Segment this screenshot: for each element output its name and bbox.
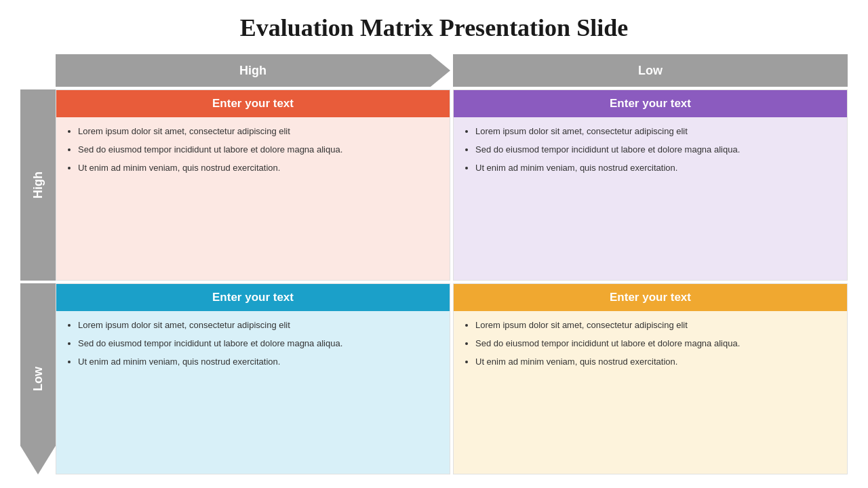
cell-bottom-right: Enter your text Lorem ipsum dolor sit am…: [453, 283, 848, 474]
list-item: Ut enim ad minim veniam, quis nostrud ex…: [78, 356, 439, 369]
list-item: Ut enim ad minim veniam, quis nostrud ex…: [475, 162, 836, 175]
cell-bottom-right-body: Lorem ipsum dolor sit amet, consectetur …: [454, 311, 847, 474]
vertical-low-label: Low: [31, 367, 45, 391]
list-item: Sed do eiusmod tempor incididunt ut labo…: [475, 338, 836, 350]
vertical-axis-low: Low: [20, 283, 56, 474]
top-arrows: High Low: [56, 54, 848, 87]
list-item: Sed do eiusmod tempor incididunt ut labo…: [78, 338, 439, 350]
slide-title: Evaluation Matrix Presentation Slide: [240, 14, 628, 42]
matrix-container: High Low High Low Enter you: [20, 54, 848, 474]
cell-bottom-left-header[interactable]: Enter your text: [56, 284, 450, 311]
list-item: Lorem ipsum dolor sit amet, consectetur …: [475, 319, 836, 332]
vertical-axis: High Low: [20, 54, 56, 474]
list-item: Sed do eiusmod tempor incididunt ut labo…: [475, 144, 836, 157]
horizontal-low-label: Low: [638, 64, 663, 78]
list-item: Lorem ipsum dolor sit amet, consectetur …: [78, 125, 439, 138]
list-item: Sed do eiusmod tempor incididunt ut labo…: [78, 144, 439, 157]
cell-top-left: Enter your text Lorem ipsum dolor sit am…: [56, 89, 450, 281]
cell-top-left-header[interactable]: Enter your text: [56, 90, 450, 117]
vertical-high-label: High: [31, 171, 45, 199]
horizontal-high-label: High: [239, 64, 267, 78]
vertical-axis-high: High: [20, 89, 56, 281]
cell-top-right: Enter your text Lorem ipsum dolor sit am…: [453, 89, 848, 281]
horizontal-axis-high: High: [56, 54, 450, 87]
list-item: Lorem ipsum dolor sit amet, consectetur …: [78, 319, 439, 332]
list-item: Ut enim ad minim veniam, quis nostrud ex…: [475, 356, 836, 369]
cell-bottom-right-header[interactable]: Enter your text: [454, 284, 847, 311]
list-item: Lorem ipsum dolor sit amet, consectetur …: [475, 125, 836, 138]
list-item: Ut enim ad minim veniam, quis nostrud ex…: [78, 162, 439, 175]
cell-bottom-left: Enter your text Lorem ipsum dolor sit am…: [56, 283, 450, 474]
horizontal-axis-low: Low: [453, 54, 848, 87]
right-content: High Low Enter your text Lorem ipsum dol…: [56, 54, 848, 474]
cell-top-right-header[interactable]: Enter your text: [454, 90, 847, 117]
cell-bottom-left-body: Lorem ipsum dolor sit amet, consectetur …: [56, 311, 450, 474]
matrix-grid: Enter your text Lorem ipsum dolor sit am…: [56, 89, 848, 474]
cell-top-left-body: Lorem ipsum dolor sit amet, consectetur …: [56, 117, 450, 280]
slide: Evaluation Matrix Presentation Slide Hig…: [0, 0, 868, 488]
cell-top-right-body: Lorem ipsum dolor sit amet, consectetur …: [454, 117, 847, 280]
